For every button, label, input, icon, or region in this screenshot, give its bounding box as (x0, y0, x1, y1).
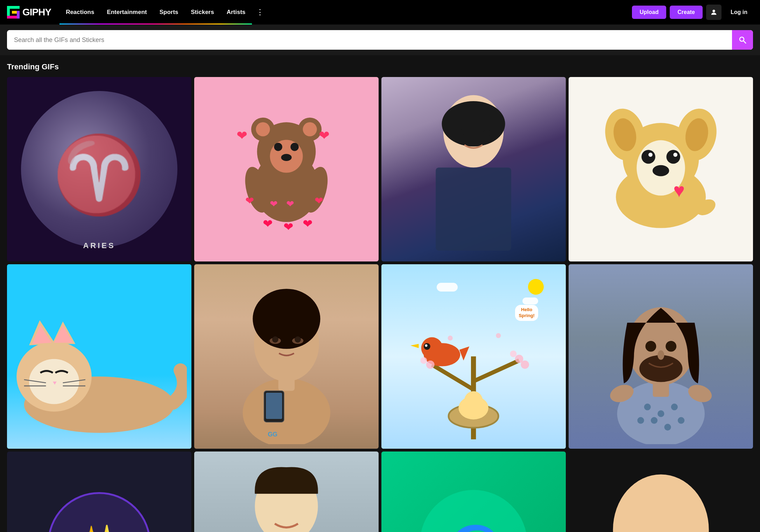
jason-svg (587, 269, 735, 444)
gif-item-jason[interactable] (569, 264, 753, 449)
kimk-svg: GG (213, 269, 360, 444)
svg-point-43 (666, 150, 680, 164)
gif-item-hello-spring[interactable]: HelloSpring! (381, 264, 566, 449)
jason-bg (569, 264, 753, 449)
svg-text:❤: ❤ (270, 199, 278, 209)
green-gif-svg: 🌀 (409, 479, 538, 532)
nav-links: Reactions Entertainment Sports Stickers … (59, 0, 632, 24)
upload-button[interactable]: Upload (632, 6, 666, 19)
svg-marker-85 (410, 344, 419, 348)
svg-point-79 (464, 391, 483, 410)
kimk-bg: GG (194, 264, 379, 449)
gif-item-dark[interactable]: ✨ (7, 451, 191, 532)
logo-text: GIPHY (22, 7, 51, 18)
svg-point-86 (426, 360, 435, 369)
svg-point-96 (671, 404, 677, 410)
logo[interactable]: GIPHY (7, 6, 51, 19)
svg-text:❤: ❤ (315, 195, 323, 206)
svg-point-44 (648, 153, 653, 157)
svg-text:🌀: 🌀 (447, 523, 501, 532)
svg-point-33 (456, 129, 464, 137)
svg-point-99 (637, 417, 644, 424)
svg-marker-54 (54, 325, 73, 343)
svg-point-34 (484, 129, 491, 137)
svg-point-90 (521, 360, 529, 369)
svg-point-72 (298, 396, 320, 411)
svg-line-7 (744, 41, 746, 43)
nav-right: Upload Create Log in (632, 5, 753, 20)
gif-item-person2[interactable] (194, 451, 379, 532)
spring-bg: HelloSpring! (381, 264, 566, 449)
gif-item-korean-girl[interactable] (381, 77, 566, 261)
svg-point-95 (657, 411, 664, 417)
gif-item-aries[interactable]: STAY BOLD ♈ ARIES (7, 77, 191, 261)
svg-point-84 (425, 344, 428, 347)
gif-item-sleeping-cat[interactable] (7, 264, 191, 449)
svg-point-5 (712, 10, 715, 12)
svg-point-17 (290, 143, 298, 151)
person2-bg (194, 451, 379, 532)
main-content: Trending GIFs STAY BOLD ♈ ARIES (0, 55, 760, 532)
search-icon (738, 36, 747, 44)
svg-point-46 (653, 165, 669, 176)
svg-rect-71 (266, 393, 282, 419)
nav-item-sports[interactable]: Sports (153, 0, 185, 24)
svg-point-87 (421, 357, 427, 364)
svg-text:❤: ❤ (303, 217, 312, 230)
dark-gif-svg: ✨ (35, 479, 164, 532)
cloud-1 (437, 283, 458, 292)
nav-item-entertainment[interactable]: Entertainment (100, 0, 153, 24)
svg-point-68 (272, 336, 278, 343)
nav-more-button[interactable]: ⋮ (252, 0, 268, 24)
user-icon (710, 8, 718, 16)
moon-background: ♈ (21, 91, 178, 248)
svg-text:❤: ❤ (286, 199, 294, 209)
aries-symbol-svg: ♈ (36, 106, 162, 232)
search-input[interactable] (7, 30, 732, 50)
svg-rect-32 (436, 168, 512, 251)
face-gif-bg (569, 451, 753, 532)
search-button[interactable] (732, 30, 753, 50)
search-bar (7, 30, 753, 50)
svg-point-104 (666, 341, 676, 352)
svg-rect-4 (12, 11, 17, 14)
gif-item-face[interactable] (569, 451, 753, 532)
navbar: GIPHY Reactions Entertainment Sports Sti… (0, 0, 760, 24)
svg-text:❤: ❤ (237, 128, 247, 143)
svg-point-6 (740, 37, 744, 41)
svg-point-12 (256, 122, 270, 136)
svg-text:❤: ❤ (263, 217, 273, 230)
trending-title: Trending GIFs (7, 62, 753, 71)
svg-rect-1 (7, 6, 20, 9)
hello-spring-bubble: HelloSpring! (515, 305, 538, 321)
nav-item-reactions[interactable]: Reactions (59, 0, 100, 24)
create-button[interactable]: Create (670, 6, 703, 19)
svg-point-117 (613, 475, 709, 532)
login-button[interactable]: Log in (725, 6, 753, 19)
bear-svg: ❤ ❤ ❤ ❤ ❤ ❤ ❤ ❤ ❤ (222, 105, 351, 234)
svg-point-16 (274, 143, 282, 151)
person-svg (418, 86, 529, 252)
nav-item-stickers[interactable]: Stickers (185, 0, 220, 24)
nav-item-artists[interactable]: Artists (220, 0, 252, 24)
svg-point-45 (673, 153, 677, 157)
gif-item-bear[interactable]: ❤ ❤ ❤ ❤ ❤ ❤ ❤ ❤ ❤ (194, 77, 379, 261)
svg-text:❤: ❤ (319, 128, 330, 143)
gif-item-corgi[interactable]: ♥ (569, 77, 753, 261)
svg-point-18 (281, 154, 291, 161)
sun (528, 279, 544, 295)
gif-item-green[interactable]: 🌀 (381, 451, 566, 532)
svg-text:✨: ✨ (71, 522, 127, 532)
svg-line-76 (473, 360, 519, 381)
svg-text:GG: GG (268, 431, 277, 438)
cat-gif-bg (7, 264, 191, 449)
svg-text:♥: ♥ (673, 180, 685, 201)
aries-label: ARIES (83, 241, 115, 250)
svg-point-42 (641, 150, 655, 164)
gif-item-kimk[interactable]: GG (194, 264, 379, 449)
gif-grid: STAY BOLD ♈ ARIES (7, 77, 753, 532)
green-gif-bg: 🌀 (381, 451, 566, 532)
user-icon-button[interactable] (706, 5, 722, 20)
svg-point-100 (678, 417, 684, 424)
svg-rect-3 (17, 11, 20, 19)
